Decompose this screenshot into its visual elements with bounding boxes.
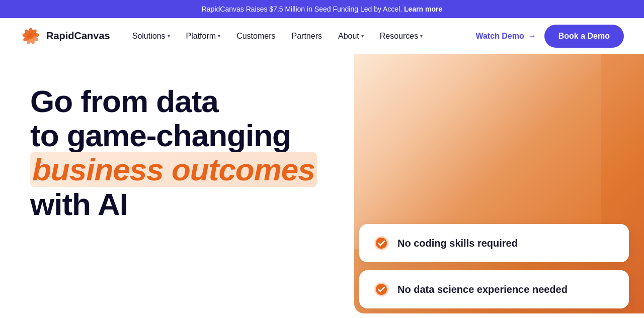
hero-title: Go from data to game-changing business o…: [30, 84, 354, 222]
announcement-text: RapidCanvas Raises $7.5 Million in Seed …: [202, 5, 404, 13]
hero-section: Go from data to game-changing business o…: [0, 54, 354, 313]
watch-demo-label: Watch Demo: [475, 32, 524, 41]
book-demo-button[interactable]: Book a Demo: [544, 25, 624, 48]
check-circle-icon: [373, 281, 389, 297]
logo[interactable]: RapidCanvas: [20, 26, 110, 47]
hero-line-highlight: business outcomes: [30, 153, 354, 187]
nav-item-partners[interactable]: Partners: [284, 28, 329, 45]
logo-text: RapidCanvas: [46, 30, 110, 42]
nav-item-solutions[interactable]: Solutions ▾: [125, 28, 177, 45]
hero-line-1: Go from data: [30, 84, 354, 119]
chevron-down-icon: ▾: [218, 33, 220, 39]
feature-card-2: No data science experience needed: [359, 270, 629, 308]
nav-item-customers[interactable]: Customers: [229, 28, 282, 45]
nav-item-about[interactable]: About ▾: [331, 28, 371, 45]
chevron-down-icon: ▾: [168, 33, 170, 39]
svg-point-15: [376, 284, 387, 295]
announcement-banner: RapidCanvas Raises $7.5 Million in Seed …: [0, 0, 644, 18]
chevron-down-icon: ▾: [420, 33, 423, 39]
feature-card-1-text: No coding skills required: [397, 238, 518, 249]
arrow-right-icon: →: [528, 32, 536, 41]
hero-highlight-text: business outcomes: [30, 152, 317, 187]
logo-icon: [20, 26, 41, 47]
feature-cards: No coding skills required No data scienc…: [354, 214, 644, 313]
nav-item-platform[interactable]: Platform ▾: [179, 28, 228, 45]
navbar: RapidCanvas Solutions ▾ Platform ▾ Custo…: [0, 18, 644, 54]
feature-card-2-text: No data science experience needed: [397, 284, 568, 295]
hero-line-3: with AI: [30, 187, 354, 222]
hero-line-2: to game-changing: [30, 119, 354, 153]
right-section: No coding skills required No data scienc…: [354, 54, 644, 313]
chevron-down-icon: ▾: [361, 33, 364, 39]
check-circle-icon: [373, 235, 389, 251]
nav-item-resources[interactable]: Resources ▾: [373, 28, 430, 45]
watch-demo-link[interactable]: Watch Demo →: [475, 32, 536, 41]
nav-links: Solutions ▾ Platform ▾ Customers Partner…: [125, 28, 476, 45]
nav-actions: Watch Demo → Book a Demo: [475, 25, 624, 48]
learn-more-link[interactable]: Learn more: [404, 5, 442, 13]
svg-point-12: [376, 238, 387, 249]
feature-card-1: No coding skills required: [359, 224, 629, 262]
main-content: Go from data to game-changing business o…: [0, 54, 644, 313]
svg-point-9: [28, 33, 33, 38]
